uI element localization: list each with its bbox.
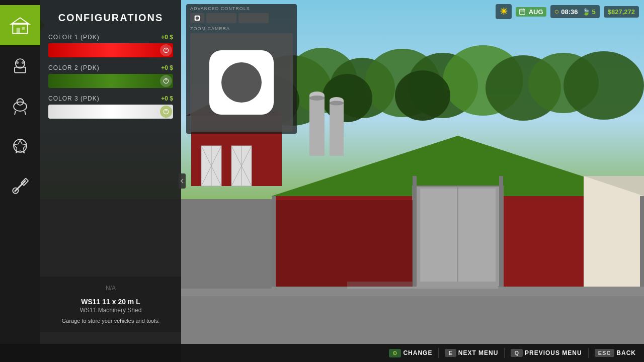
hud-money: $827,272 <box>604 6 639 18</box>
panel-collapse-toggle[interactable] <box>179 173 186 189</box>
sidebar-item-production[interactable] <box>0 126 40 166</box>
next-menu-label: NEXT MENU <box>458 349 499 356</box>
svg-point-61 <box>22 61 25 64</box>
divider3 <box>588 348 589 358</box>
production-icon <box>9 135 31 157</box>
advanced-controls-label: ADVANCED CONTROLS <box>190 6 293 11</box>
svg-rect-56 <box>17 28 20 34</box>
gamepad-change-key: ⊙ <box>389 349 401 357</box>
color3-section: COLOR 3 (PDK) +0 $ <box>48 95 173 119</box>
svg-line-65 <box>25 111 26 115</box>
color3-price: +0 $ <box>161 95 173 102</box>
color1-price: +0 $ <box>161 34 173 41</box>
building-subtitle: WS11 Machinery Shed <box>48 307 173 314</box>
sun-icon: ☀ <box>500 6 508 17</box>
hud-weather: ☀ <box>496 4 512 19</box>
svg-point-60 <box>16 61 19 64</box>
color3-bar-fill <box>48 105 173 119</box>
svg-rect-57 <box>22 27 25 30</box>
color2-label: COLOR 2 (PDK) <box>48 64 100 71</box>
money-display: $827,272 <box>608 8 635 16</box>
hud-time: ○ 08:36 🍃 5 <box>550 5 600 18</box>
info-section: N/A WS11 11 x 20 m L WS11 Machinery Shed… <box>40 277 181 332</box>
color3-picker-icon <box>163 108 170 115</box>
month-display: AUG <box>529 8 543 16</box>
sidebar-item-animals[interactable] <box>0 45 40 85</box>
panel-title: CONFIGURATIONS <box>48 12 173 24</box>
svg-rect-45 <box>181 289 644 296</box>
color2-bar[interactable] <box>48 74 173 88</box>
color1-bar[interactable] <box>48 43 173 57</box>
hud-month: AUG <box>516 7 546 17</box>
livestock-icon <box>9 95 31 117</box>
leaves-count: 5 <box>592 8 596 16</box>
color-picker-icon <box>163 47 170 54</box>
svg-point-8 <box>564 51 644 120</box>
color2-picker-icon <box>163 77 170 84</box>
hud-top: ☀ AUG ○ 08:36 🍃 5 $827,272 <box>496 4 639 19</box>
svg-point-11 <box>395 70 450 121</box>
color3-bar[interactable] <box>48 105 173 119</box>
divider1 <box>438 348 439 358</box>
animals-icon <box>9 54 31 76</box>
tools-icon <box>9 175 31 197</box>
controls-overlay: ADVANCED CONTROLS ZOOM CAMERA <box>186 4 297 134</box>
collapse-arrow-icon <box>180 178 184 184</box>
color2-price: +0 $ <box>161 64 173 71</box>
sidebar-item-buildings[interactable] <box>0 5 40 45</box>
time-display: 08:36 <box>561 8 578 16</box>
buildings-icon <box>9 14 31 36</box>
sidebar <box>0 0 40 362</box>
svg-point-25 <box>309 96 325 101</box>
svg-point-62 <box>14 102 27 111</box>
advanced-controls-btn3[interactable] <box>238 13 269 23</box>
svg-line-64 <box>15 111 16 115</box>
svg-rect-44 <box>181 294 644 344</box>
divider2 <box>504 348 505 358</box>
calendar-icon <box>519 8 526 15</box>
advanced-controls-btn2[interactable] <box>206 13 236 23</box>
ground-area <box>181 243 644 344</box>
leaf-icon: 🍃 <box>582 8 590 16</box>
change-label: CHANGE <box>403 349 432 356</box>
esc-key: ESC <box>595 349 615 357</box>
e-key: E <box>445 349 456 357</box>
color2-picker-btn[interactable] <box>160 75 172 87</box>
color1-label: COLOR 1 (PDK) <box>48 34 100 41</box>
color1-section: COLOR 1 (PDK) +0 $ <box>48 34 173 57</box>
bottom-bar: ⊙ CHANGE E NEXT MENU Q PREVIOUS MENU ESC… <box>0 344 644 362</box>
clock-icon: ○ <box>554 7 559 16</box>
next-menu-action: E NEXT MENU <box>442 349 501 357</box>
back-action: ESC BACK <box>592 349 639 357</box>
building-description: Garage to store your vehicles and tools. <box>48 318 173 324</box>
sidebar-item-tools[interactable] <box>0 166 40 206</box>
color1-picker-btn[interactable] <box>160 44 172 56</box>
info-na-label: N/A <box>48 285 173 292</box>
svg-line-68 <box>15 180 26 192</box>
sidebar-item-livestock[interactable] <box>0 85 40 126</box>
color1-bar-fill <box>48 43 173 57</box>
svg-point-28 <box>330 101 344 106</box>
color2-section: COLOR 2 (PDK) +0 $ <box>48 64 173 88</box>
q-key: Q <box>511 349 523 357</box>
back-label: BACK <box>616 349 636 356</box>
zoom-camera-btn[interactable] <box>190 33 293 132</box>
svg-rect-50 <box>519 9 525 14</box>
prev-menu-label: PREVIOUS MENU <box>525 349 582 356</box>
building-name: WS11 11 x 20 m L <box>48 298 173 306</box>
svg-point-66 <box>14 139 27 152</box>
advanced-controls-btn1[interactable] <box>190 13 204 23</box>
change-action: ⊙ CHANGE <box>386 349 435 357</box>
svg-point-49 <box>221 62 262 103</box>
color3-picker-btn[interactable] <box>160 106 172 118</box>
color2-bar-fill <box>48 74 173 88</box>
color3-label: COLOR 3 (PDK) <box>48 95 100 102</box>
svg-point-47 <box>196 17 199 20</box>
prev-menu-action: Q PREVIOUS MENU <box>508 349 585 357</box>
zoom-camera-label: ZOOM CAMERA <box>190 26 293 31</box>
